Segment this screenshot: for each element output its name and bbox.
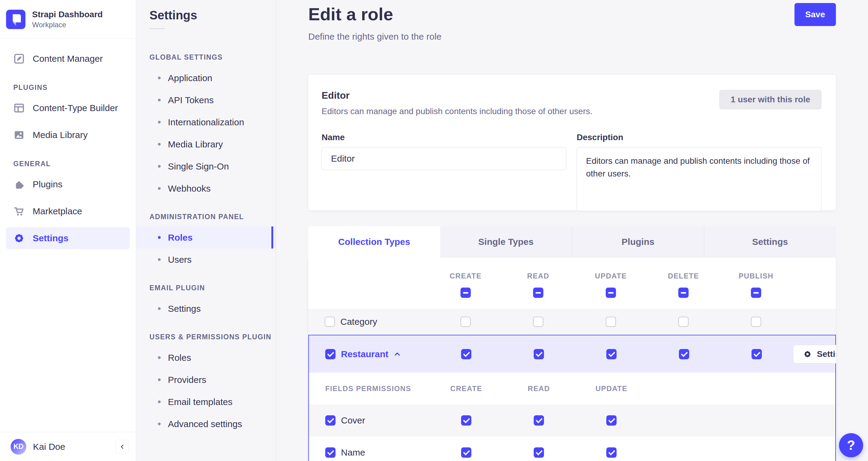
fields-column-update: UPDATE	[595, 384, 627, 393]
column-header-publish: PUBLISH	[739, 272, 773, 280]
bullet-icon	[158, 423, 161, 425]
divider	[150, 28, 164, 29]
image-icon	[13, 129, 25, 141]
restaurant-settings-button[interactable]: Settings	[793, 345, 836, 364]
restaurant-create-checkbox[interactable]	[461, 349, 471, 359]
tab-single-types[interactable]: Single Types	[440, 226, 572, 258]
subnav-item-media-library[interactable]: Media Library	[136, 133, 276, 155]
subnav-item-application[interactable]: Application	[136, 67, 276, 89]
subnav-item-api-tokens[interactable]: API Tokens	[136, 89, 276, 111]
subnav-item-webhooks[interactable]: Webhooks	[136, 177, 276, 199]
name-create-checkbox[interactable]	[461, 448, 471, 458]
restaurant-row-checkbox[interactable]	[325, 349, 336, 359]
tab-collection-types[interactable]: Collection Types	[308, 226, 440, 258]
subnav-item-advanced-settings[interactable]: Advanced settings	[136, 413, 276, 435]
category-create-checkbox[interactable]	[461, 317, 471, 327]
cover-update-checkbox[interactable]	[606, 415, 617, 426]
sidebar-item-content-manager[interactable]: Content Manager	[6, 48, 130, 69]
sidebar-item-label: Settings	[33, 233, 68, 243]
select-all-read-checkbox[interactable]	[533, 288, 544, 298]
bullet-icon	[158, 356, 161, 359]
category-update-checkbox[interactable]	[606, 317, 616, 327]
column-header-read: READ	[527, 272, 550, 280]
cover-read-checkbox[interactable]	[534, 415, 544, 426]
page-title: Edit a role	[308, 4, 836, 24]
subnav-item-internationalization[interactable]: Internationalization	[136, 111, 276, 133]
subnav-item-roles[interactable]: Roles	[136, 226, 276, 249]
subnav-item-email-settings[interactable]: Settings	[136, 297, 276, 320]
name-row-checkbox[interactable]	[325, 448, 336, 458]
collapse-sidebar-button[interactable]	[115, 440, 129, 454]
restaurant-expanded-section: Restaurant	[308, 335, 836, 461]
select-all-publish-checkbox[interactable]	[751, 288, 761, 298]
workspace-name: Workplace	[32, 20, 102, 29]
subnav-item-up-roles[interactable]: Roles	[136, 347, 276, 369]
name-update-checkbox[interactable]	[606, 448, 617, 458]
permission-row-restaurant: Restaurant	[309, 336, 835, 373]
tab-plugins[interactable]: Plugins	[572, 226, 704, 258]
restaurant-expand-toggle[interactable]: Restaurant	[341, 349, 402, 359]
fields-permissions-title: FIELDS PERMISSIONS	[309, 384, 411, 393]
subnav-item-email-templates[interactable]: Email templates	[136, 391, 276, 413]
main-content: Edit a role Define the rights given to t…	[276, 0, 868, 461]
bullet-icon	[158, 258, 161, 261]
select-all-create-checkbox[interactable]	[461, 288, 471, 298]
restaurant-publish-checkbox[interactable]	[751, 349, 762, 359]
permission-row-category: Category	[308, 309, 836, 335]
settings-sidebar: Settings GLOBAL SETTINGS Application API…	[136, 0, 276, 461]
sidebar-item-label: Media Library	[33, 130, 88, 140]
row-label[interactable]: Category	[340, 317, 377, 327]
select-all-delete-checkbox[interactable]	[678, 288, 689, 298]
subnav-item-users[interactable]: Users	[136, 249, 276, 270]
restaurant-read-checkbox[interactable]	[534, 349, 544, 359]
sidebar-item-content-type-builder[interactable]: Content-Type Builder	[6, 97, 130, 119]
fields-column-read: READ	[528, 384, 550, 393]
users-with-role-button[interactable]: 1 user with this role	[719, 90, 822, 109]
category-publish-checkbox[interactable]	[751, 317, 761, 327]
category-read-checkbox[interactable]	[533, 317, 544, 327]
page-subtitle: Define the rights given to the role	[308, 31, 836, 42]
help-button[interactable]: ?	[839, 433, 863, 457]
column-header-update: UPDATE	[595, 272, 626, 280]
main-sidebar: Strapi Dashboard Workplace Content Manag…	[0, 0, 136, 461]
subnav-section-global-settings: GLOBAL SETTINGS	[150, 53, 276, 61]
role-details-card: Editor Editors can manage and publish co…	[308, 75, 836, 210]
gear-icon	[803, 350, 812, 359]
cover-create-checkbox[interactable]	[461, 415, 471, 426]
workspace-brand[interactable]: Strapi Dashboard Workplace	[0, 0, 136, 39]
column-header-delete: DELETE	[668, 272, 699, 280]
bullet-icon	[158, 99, 161, 102]
bullet-icon	[158, 236, 161, 239]
row-label: Cover	[341, 415, 365, 426]
description-field-label: Description	[577, 133, 822, 142]
role-name-input[interactable]	[321, 147, 566, 170]
select-all-update-checkbox[interactable]	[606, 288, 616, 298]
field-row-cover: Cover	[309, 404, 835, 436]
avatar: KD	[10, 439, 26, 455]
subnav-item-single-sign-on[interactable]: Single Sign-On	[136, 155, 276, 177]
name-read-checkbox[interactable]	[534, 448, 544, 458]
tab-settings[interactable]: Settings	[704, 226, 836, 258]
fields-column-create: CREATE	[450, 384, 482, 393]
row-label: Restaurant	[341, 349, 389, 359]
category-row-checkbox[interactable]	[324, 317, 335, 327]
bullet-icon	[158, 121, 161, 123]
restaurant-update-checkbox[interactable]	[606, 349, 617, 359]
cover-row-checkbox[interactable]	[325, 415, 336, 426]
restaurant-delete-checkbox[interactable]	[679, 349, 689, 359]
sidebar-item-marketplace[interactable]: Marketplace	[6, 200, 130, 222]
sidebar-item-media-library[interactable]: Media Library	[6, 124, 130, 146]
role-description-textarea[interactable]: Editors can manage and publish contents …	[577, 147, 822, 211]
sidebar-item-plugins[interactable]: Plugins	[6, 173, 130, 195]
permissions-tabs: Collection Types Single Types Plugins Se…	[308, 226, 836, 258]
sidebar-item-label: Marketplace	[33, 206, 82, 217]
page-header: Edit a role Define the rights given to t…	[308, 0, 836, 75]
save-button[interactable]: Save	[795, 3, 836, 26]
user-footer: KD Kai Doe	[0, 432, 136, 461]
subnav-section-administration-panel: ADMINISTRATION PANEL	[150, 213, 276, 221]
sidebar-item-settings[interactable]: Settings	[6, 227, 130, 249]
nav-section-plugins: PLUGINS	[13, 84, 130, 92]
subnav-item-providers[interactable]: Providers	[136, 369, 276, 391]
category-delete-checkbox[interactable]	[678, 317, 689, 327]
cart-icon	[13, 205, 25, 217]
